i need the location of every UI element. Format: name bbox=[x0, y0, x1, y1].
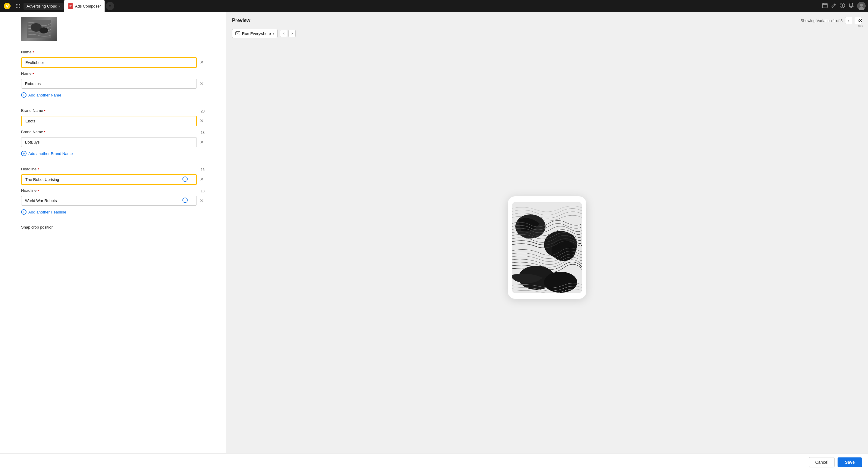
headline-clear-2[interactable]: ✕ bbox=[198, 198, 205, 204]
svg-rect-1 bbox=[16, 4, 18, 5]
add-name-plus-icon: + bbox=[21, 92, 27, 98]
preview-inner-navigation: < > bbox=[280, 30, 296, 37]
preview-inner-prev[interactable]: < bbox=[280, 30, 287, 37]
headline-clear-1[interactable]: ✕ bbox=[198, 176, 205, 182]
app-logo bbox=[2, 1, 12, 11]
section-divider-3 bbox=[21, 220, 205, 225]
channel-select[interactable]: Run Everywhere ▾ bbox=[232, 29, 278, 38]
cancel-button[interactable]: Cancel bbox=[809, 457, 835, 467]
add-headline-label: Add another Headline bbox=[28, 210, 66, 214]
device-image bbox=[513, 202, 582, 293]
name-input-1[interactable] bbox=[21, 57, 197, 68]
required-indicator-3: • bbox=[44, 108, 45, 113]
preview-prev-button[interactable]: ‹ bbox=[845, 17, 852, 24]
name-input-2[interactable] bbox=[21, 79, 197, 89]
bottom-bar: Cancel Save bbox=[0, 453, 868, 471]
svg-rect-7 bbox=[69, 6, 71, 7]
brand-name-char-count-1: 20 bbox=[201, 109, 205, 113]
save-button[interactable]: Save bbox=[838, 458, 862, 467]
ads-composer-tab[interactable]: Ads Composer bbox=[64, 0, 104, 12]
help-icon[interactable]: ? bbox=[840, 3, 845, 9]
snap-crop-label: Snap crop position bbox=[21, 225, 205, 230]
preview-close-button[interactable]: ✕ esc bbox=[858, 17, 863, 27]
form-section: Name • ✕ bbox=[0, 46, 226, 235]
svg-point-20 bbox=[185, 178, 185, 178]
required-indicator: • bbox=[33, 50, 34, 54]
headline-field-2: Headline • 18 bbox=[21, 188, 205, 206]
calendar-icon[interactable] bbox=[822, 3, 828, 9]
required-indicator-6: • bbox=[37, 188, 39, 193]
add-name-label: Add another Name bbox=[28, 93, 61, 97]
headline-info-icon-1[interactable] bbox=[182, 176, 188, 183]
svg-rect-8 bbox=[823, 3, 827, 8]
topnav: Advertising Cloud ▾ Ads Composer + bbox=[0, 0, 868, 12]
section-divider-2 bbox=[21, 161, 205, 167]
tab-icon bbox=[68, 3, 73, 9]
notifications-icon[interactable] bbox=[849, 3, 854, 9]
app-chevron-icon: ▾ bbox=[59, 4, 61, 8]
headline-field-1: Headline • 16 bbox=[21, 167, 205, 185]
brand-name-clear-1[interactable]: ✕ bbox=[198, 118, 205, 124]
name-clear-1[interactable]: ✕ bbox=[198, 59, 205, 65]
user-avatar[interactable] bbox=[857, 2, 866, 10]
brand-name-field-2: Brand Name • 18 ✕ bbox=[21, 129, 205, 147]
svg-point-15 bbox=[860, 4, 863, 7]
headline-label-1: Headline • bbox=[21, 167, 39, 171]
svg-point-18 bbox=[39, 27, 48, 33]
grid-icon[interactable] bbox=[14, 2, 22, 10]
headline-input-2[interactable] bbox=[21, 196, 197, 206]
abstract-art-display bbox=[513, 202, 582, 293]
channel-chevron-icon: ▾ bbox=[273, 32, 274, 35]
headline-input-1[interactable] bbox=[21, 174, 197, 185]
brand-name-field-1: Brand Name • 20 ✕ bbox=[21, 108, 205, 126]
brand-name-section: Brand Name • 20 ✕ bbox=[21, 108, 205, 157]
headline-label-2: Headline • bbox=[21, 188, 39, 193]
app-name: Advertising Cloud bbox=[27, 4, 57, 8]
headline-section: Headline • 16 bbox=[21, 167, 205, 215]
left-panel: Name • ✕ bbox=[0, 12, 226, 453]
app-switcher[interactable]: Advertising Cloud ▾ bbox=[24, 3, 64, 10]
channel-icon bbox=[236, 31, 240, 36]
add-brand-plus-icon: + bbox=[21, 151, 27, 156]
svg-point-23 bbox=[185, 199, 185, 200]
device-frame bbox=[508, 196, 586, 299]
brand-name-input-2[interactable] bbox=[21, 137, 197, 147]
preview-header: Preview Showing Variation 1 of 8 ‹ › ✕ e… bbox=[226, 12, 868, 29]
svg-rect-2 bbox=[19, 4, 20, 5]
svg-point-29 bbox=[552, 240, 576, 261]
name-clear-2[interactable]: ✕ bbox=[198, 81, 205, 87]
preview-title: Preview bbox=[232, 18, 250, 23]
name-section: Name • ✕ bbox=[21, 50, 205, 98]
preview-device bbox=[226, 41, 868, 453]
svg-point-0 bbox=[4, 3, 10, 9]
brand-name-char-count-2: 18 bbox=[201, 130, 205, 135]
required-indicator-2: • bbox=[33, 71, 34, 76]
headline-info-icon-2[interactable] bbox=[182, 198, 188, 204]
name-field-2: Name • ✕ bbox=[21, 71, 205, 89]
image-preview-area bbox=[0, 12, 226, 46]
add-name-button[interactable]: + Add another Name bbox=[21, 92, 61, 98]
edit-icon[interactable] bbox=[831, 3, 836, 9]
ad-image-thumbnail[interactable] bbox=[21, 17, 57, 41]
thumbnail-placeholder bbox=[21, 17, 57, 41]
snap-crop-section: Snap crop position bbox=[21, 225, 205, 230]
brand-name-label-2: Brand Name • bbox=[21, 129, 45, 134]
svg-rect-6 bbox=[69, 5, 71, 6]
topnav-right: ? bbox=[822, 2, 866, 10]
brand-name-input-1[interactable] bbox=[21, 116, 197, 126]
svg-rect-4 bbox=[19, 7, 20, 8]
svg-rect-3 bbox=[16, 7, 18, 8]
add-brand-name-button[interactable]: + Add another Brand Name bbox=[21, 150, 73, 157]
headline-char-count-2: 18 bbox=[201, 189, 205, 193]
new-tab-button[interactable]: + bbox=[106, 2, 114, 10]
preview-navigation: Showing Variation 1 of 8 ‹ › bbox=[801, 17, 862, 24]
add-headline-button[interactable]: + Add another Headline bbox=[21, 209, 66, 215]
required-indicator-5: • bbox=[37, 167, 39, 171]
name-label-2: Name • bbox=[21, 71, 34, 76]
headline-char-count-1: 16 bbox=[201, 168, 205, 172]
brand-name-clear-2[interactable]: ✕ bbox=[198, 139, 205, 145]
required-indicator-4: • bbox=[44, 129, 45, 134]
channel-label: Run Everywhere bbox=[242, 31, 271, 36]
add-brand-name-label: Add another Brand Name bbox=[28, 151, 73, 156]
preview-inner-next[interactable]: > bbox=[288, 30, 296, 37]
